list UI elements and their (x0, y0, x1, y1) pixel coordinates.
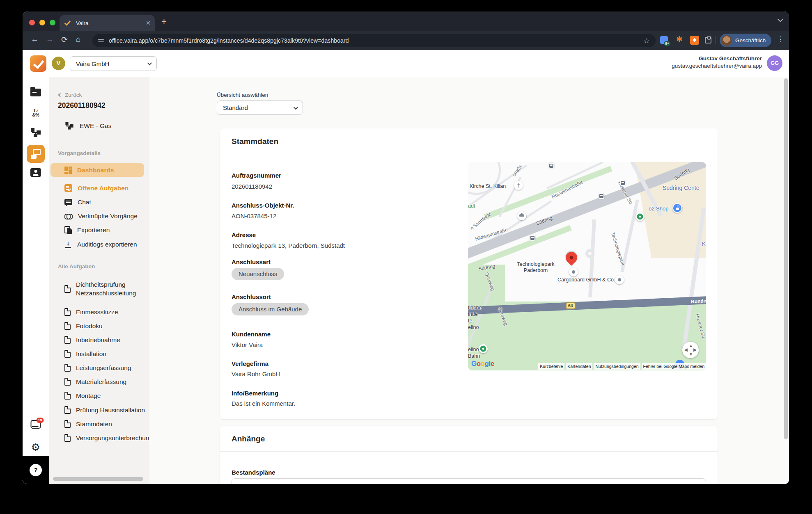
sidebar: Zurück 202601180942 EWE - Gas Vorgangsde… (49, 77, 149, 484)
b64-road-badge: 64 (566, 302, 576, 309)
map-footer-kurzbefehle[interactable]: Kurzbefehle (538, 363, 564, 370)
main-scrollbar-track[interactable] (783, 77, 789, 484)
field-value: 202601180942 (232, 183, 272, 190)
tab-search-chevron-icon[interactable] (778, 16, 783, 22)
map-footer-nutzungsbedingungen[interactable]: Nutzungsbedingungen (594, 363, 640, 370)
home-button[interactable]: ⌂ (76, 35, 80, 44)
browser-window: Vaira ✕ + ← → ⟳ ⌂ office.vaira.app/o/c7b… (23, 11, 789, 484)
o2-shop-pin-icon[interactable] (672, 203, 682, 213)
instances-active-icon[interactable] (27, 145, 45, 163)
overview-select[interactable]: Standard (217, 101, 303, 115)
map-label-ku: Ku (702, 241, 706, 247)
settings-gear-icon[interactable]: ⚙ (31, 442, 40, 452)
attachments-dropzone[interactable] (232, 478, 706, 484)
map-footer-fehler-melden[interactable]: Fehler bei Google Maps melden (642, 363, 706, 370)
maximize-window-button[interactable] (50, 20, 55, 25)
field-label: Anschlussart (232, 258, 271, 265)
google-map[interactable]: Kirche St. Kilian † adt n Samtfelde Hild… (468, 162, 706, 370)
inbox-icon[interactable]: 19 (31, 420, 41, 429)
app-header: V Vaira GmbH Gustav Geschäftsführer gust… (23, 50, 789, 77)
minimize-window-button[interactable] (39, 20, 45, 25)
reload-button[interactable]: ⟳ (61, 35, 68, 44)
map-label-flaeche: fläche (468, 305, 482, 311)
main-scrollbar-thumb[interactable] (784, 78, 788, 439)
sidebar-item-chat[interactable]: Chat (49, 198, 149, 206)
sidebar-task-leistungserfassung[interactable]: Leistungserfassung (49, 363, 149, 372)
user-avatar[interactable]: GG (767, 55, 782, 71)
user-name: Gustav Geschäftsführer (672, 55, 762, 62)
field-label: Adresse (232, 231, 256, 238)
green-poi-pin-icon[interactable] (635, 212, 645, 221)
contacts-icon[interactable] (30, 168, 41, 177)
map-marker-label: TechnologieparkPaderborn (507, 261, 564, 274)
bus-stop-icon[interactable] (620, 180, 626, 186)
projects-folder-icon[interactable] (30, 89, 41, 96)
field-value: Vaira Rohr GmbH (232, 370, 280, 377)
map-label-te: te (468, 318, 472, 324)
forward-button[interactable]: → (46, 35, 54, 44)
sidebar-task-installation[interactable]: Installation (49, 350, 149, 358)
card-title: Anhänge (232, 434, 265, 443)
sidebar-task-stammdaten[interactable]: Stammdaten (49, 420, 149, 428)
bus-stop-icon[interactable] (530, 235, 535, 241)
sidebar-item-offene-aufgaben[interactable]: Offene Aufgaben (49, 184, 149, 192)
sidebar-item-exportieren[interactable]: Exportieren (49, 226, 149, 234)
browser-tab[interactable]: Vaira ✕ (60, 15, 155, 31)
sidebar-item-dashboards[interactable]: Dashboards (49, 166, 149, 174)
bookmark-star-icon[interactable]: ☆ (644, 37, 650, 45)
sidebar-horizontal-scrollbar[interactable] (53, 477, 143, 481)
hubspot-extension-icon[interactable]: ✱ (676, 34, 683, 44)
back-button[interactable]: ← (31, 35, 39, 44)
red-map-marker[interactable] (563, 249, 580, 266)
sidebar-task-dichtheitspruefung[interactable]: Dichtheitsprüfung Netzanschlussleitung (49, 280, 149, 297)
tab-close-icon[interactable]: ✕ (146, 20, 151, 26)
field-label: Verlegefirma (232, 360, 268, 367)
browser-profile-button[interactable]: Geschäftlich (720, 34, 771, 47)
sidebar-item-auditlogs[interactable]: Auditlogs exportieren (49, 240, 149, 249)
vaira-logo-icon[interactable] (30, 55, 46, 72)
map-pan-control[interactable]: ▲ ▼ ◀ ▶ (682, 342, 699, 358)
sidebar-task-pruefung-hausinstallation[interactable]: Prüfung Hausinstallation (49, 406, 149, 414)
chevron-down-icon (147, 61, 152, 65)
sidebar-item-project[interactable]: EWE - Gas (49, 121, 149, 130)
chevron-down-icon (294, 105, 298, 109)
green-poi-pin-icon[interactable] (479, 344, 488, 353)
field-chip: Anschluss im Gebäude (232, 303, 309, 315)
extensions-puzzle-icon[interactable] (705, 37, 711, 43)
site-settings-icon[interactable] (98, 38, 104, 43)
technologiepark-poi-icon[interactable] (569, 267, 578, 276)
browser-menu-icon[interactable]: ⋮ (777, 35, 784, 43)
overview-select-value: Standard (223, 104, 294, 111)
sidebar-task-materialerfassung[interactable]: Materialerfassung (49, 377, 149, 386)
field-value: Viktor Vaira (232, 341, 263, 348)
back-link[interactable]: Zurück (59, 92, 82, 98)
url-text[interactable]: office.vaira.app/o/c7be7mnm5f1rdro8tg2g/… (109, 37, 640, 44)
sidebar-task-inbetriebnahme[interactable]: Inbetriebnahme (49, 336, 149, 344)
sidebar-task-versorgungsunterbrechung[interactable]: Versorgungsunterbrechung (49, 434, 149, 442)
close-window-button[interactable] (29, 20, 35, 25)
symbols-icon[interactable]: T♪ &% (32, 108, 39, 117)
company-avatar: V (52, 57, 65, 70)
workflows-icon[interactable] (31, 127, 41, 137)
sidebar-item-verknuepfte-vorgaenge[interactable]: Verknüpfte Vorgänge (49, 212, 149, 220)
sidebar-task-einmessskizze[interactable]: Einmessskizze (49, 308, 149, 316)
reading-list-icon[interactable] (660, 36, 668, 44)
cargoboard-pin-icon[interactable] (615, 275, 624, 284)
new-tab-button[interactable]: + (161, 16, 167, 27)
sidebar-task-fotodoku[interactable]: Fotodoku (49, 322, 149, 330)
main-content: Übersicht auswählen Standard Stammdaten … (149, 77, 789, 484)
map-footer-kartendaten[interactable]: Kartendaten (566, 363, 592, 370)
school-pin-icon[interactable] (517, 211, 526, 220)
url-bar[interactable]: office.vaira.app/o/c7be7mnm5f1rdro8tg2g/… (92, 34, 656, 47)
user-email: gustav.geschaeftsfuehrer@vaira.app (672, 63, 762, 69)
bus-stop-icon[interactable] (599, 193, 604, 199)
sidebar-task-montage[interactable]: Montage (49, 391, 149, 400)
church-pin-icon[interactable]: † (514, 181, 523, 190)
bus-stop-icon[interactable] (548, 163, 554, 169)
help-button[interactable]: ? (30, 464, 42, 476)
hubspot-orange-extension-icon[interactable]: ✱ (690, 36, 699, 45)
field-label: Kundenname (232, 331, 271, 338)
tasks-icon (64, 184, 72, 192)
card-title: Stammdaten (232, 137, 278, 146)
company-select[interactable]: Vaira GmbH (70, 56, 157, 71)
